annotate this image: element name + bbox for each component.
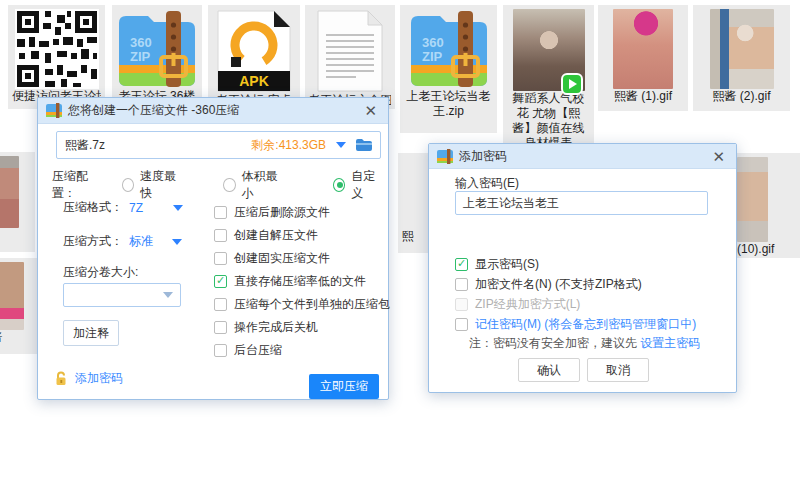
volume-label: 压缩分卷大小: bbox=[63, 264, 138, 281]
close-icon[interactable]: ✕ bbox=[709, 149, 728, 164]
desktop-icon-photo-1[interactable]: 舞蹈系人气校花 尤物【熙酱】颜值在线 身材爆表 bbox=[503, 5, 594, 153]
compress-dialog-titlebar[interactable]: 您将创建一个压缩文件 -360压缩 ✕ bbox=[38, 98, 388, 124]
format-label: 压缩格式： bbox=[63, 199, 123, 216]
radio-smallest[interactable]: 体积最小 bbox=[223, 168, 283, 202]
password-input-label: 输入密码(E) bbox=[455, 175, 519, 192]
checkbox bbox=[214, 344, 227, 357]
photo-thumbnail bbox=[513, 5, 585, 91]
checkbox-background-compress[interactable]: 后台压缩 bbox=[214, 339, 390, 362]
radio-circle bbox=[223, 178, 235, 192]
desktop-icon-partial-right-row2[interactable]: (10).gif bbox=[735, 153, 800, 258]
photo-thumbnail bbox=[613, 5, 673, 89]
format-row: 压缩格式： 7Z bbox=[63, 199, 183, 216]
qr-code-icon bbox=[15, 5, 99, 89]
checkbox bbox=[214, 321, 227, 334]
desktop-icon-zip-1[interactable]: 360 ZIP 老王论坛 36楼 bbox=[112, 5, 202, 109]
desktop-icon-apk[interactable]: APK 老王论坛 安卓 bbox=[208, 5, 300, 109]
photo-thumbnail bbox=[710, 5, 774, 89]
icon-label: 熙 bbox=[0, 228, 31, 243]
checkbox bbox=[214, 298, 227, 311]
checkbox-checked bbox=[455, 258, 468, 271]
icon-label: 熙酱 bbox=[0, 330, 35, 345]
add-password-link[interactable]: 添加密码 bbox=[54, 370, 123, 387]
checkbox-shutdown-after[interactable]: 操作完成后关机 bbox=[214, 316, 390, 339]
zip-mini-icon bbox=[437, 149, 453, 164]
zip-archive-icon: 360 ZIP bbox=[408, 5, 490, 89]
format-value[interactable]: 7Z bbox=[129, 201, 143, 215]
icon-label: 上老王论坛当老王.zip bbox=[404, 89, 493, 119]
volume-size-select[interactable] bbox=[63, 283, 181, 307]
photo-thumbnail bbox=[0, 258, 24, 330]
compress-now-button[interactable]: 立即压缩 bbox=[309, 374, 379, 399]
config-label: 压缩配置： bbox=[52, 168, 105, 202]
radio-circle bbox=[122, 178, 134, 192]
desktop-icon-partial-left-row3[interactable]: 熙酱 bbox=[0, 258, 39, 354]
checkbox bbox=[214, 206, 227, 219]
add-password-dialog: 添加密码 ✕ 输入密码(E) 上老王论坛当老王 显示密码(S) 加密文件名(N)… bbox=[428, 143, 737, 393]
desktop: 便捷访问老王论坛 360 ZIP 老王论坛 36楼 bbox=[0, 0, 800, 492]
icon-label: 熙酱 (1).gif bbox=[602, 89, 685, 104]
desktop-icon-photo-2[interactable]: 熙酱 (1).gif bbox=[598, 5, 688, 111]
chevron-down-icon[interactable] bbox=[172, 239, 182, 245]
zip-archive-icon: 360 ZIP bbox=[116, 5, 198, 89]
desktop-icon-photo-3[interactable]: 熙酱 (2).gif bbox=[693, 5, 790, 111]
apk-file-icon: APK bbox=[216, 5, 292, 93]
checkbox-remember-password[interactable]: 记住密码(M) (将会备忘到密码管理窗口中) bbox=[455, 314, 696, 334]
lock-icon bbox=[54, 371, 69, 386]
compress-config-row: 压缩配置： 速度最快 体积最小 自定义 bbox=[52, 168, 382, 202]
photo-thumbnail bbox=[0, 152, 19, 228]
desktop-icon-txt[interactable]: 老王论坛之全图 bbox=[305, 5, 395, 109]
photo-thumbnail bbox=[735, 153, 768, 242]
checkbox-encrypt-filenames[interactable]: 加密文件名(N) (不支持ZIP格式) bbox=[455, 274, 696, 294]
password-options-list: 显示密码(S) 加密文件名(N) (不支持ZIP格式) ZIP经典加密方式(L)… bbox=[455, 254, 696, 334]
checkbox-self-extract[interactable]: 创建自解压文件 bbox=[214, 224, 390, 247]
icon-label: 舞蹈系人气校花 尤物【熙酱】颜值在线 身材爆表 bbox=[507, 91, 591, 151]
compress-options-list: 压缩后删除源文件 创建自解压文件 创建固实压缩文件 直接存储压缩率低的文件 压缩… bbox=[214, 201, 390, 362]
dialog-title: 添加密码 bbox=[459, 148, 709, 165]
close-icon[interactable]: ✕ bbox=[361, 103, 380, 118]
checkbox-separate-archives[interactable]: 压缩每个文件到单独的压缩包 bbox=[214, 293, 390, 316]
zip-mini-icon bbox=[46, 103, 62, 118]
password-value: 上老王论坛当老王 bbox=[463, 195, 559, 212]
dialog-title: 您将创建一个压缩文件 -360压缩 bbox=[68, 102, 361, 119]
radio-fastest[interactable]: 速度最快 bbox=[122, 168, 182, 202]
checkbox-delete-source[interactable]: 压缩后删除源文件 bbox=[214, 201, 390, 224]
svg-text:ZIP: ZIP bbox=[130, 49, 151, 64]
chevron-down-icon[interactable] bbox=[173, 205, 183, 211]
checkbox-checked bbox=[214, 275, 227, 288]
chevron-down-icon bbox=[163, 292, 173, 298]
desktop-icon-qr[interactable]: 便捷访问老王论坛 bbox=[8, 5, 105, 109]
password-dialog-titlebar[interactable]: 添加密码 ✕ bbox=[429, 144, 736, 169]
radio-custom[interactable]: 自定义 bbox=[333, 168, 382, 202]
icon-label: (10).gif bbox=[735, 242, 800, 257]
compress-dialog: 您将创建一个压缩文件 -360压缩 ✕ 熙酱.7z 剩余:413.3GB 压缩配… bbox=[37, 97, 389, 400]
method-label: 压缩方式： bbox=[63, 233, 123, 250]
password-input[interactable]: 上老王论坛当老王 bbox=[455, 191, 708, 215]
archive-filename-field[interactable]: 熙酱.7z 剩余:413.3GB bbox=[56, 131, 381, 159]
checkbox bbox=[214, 252, 227, 265]
set-master-password-link[interactable]: 设置主密码 bbox=[640, 336, 700, 350]
checkbox-store-low-ratio[interactable]: 直接存储压缩率低的文件 bbox=[214, 270, 390, 293]
checkbox-disabled bbox=[455, 298, 468, 311]
browse-folder-icon[interactable] bbox=[355, 138, 372, 152]
svg-text:360: 360 bbox=[422, 35, 444, 50]
svg-text:360: 360 bbox=[130, 35, 152, 50]
add-comment-button[interactable]: 加注释 bbox=[63, 320, 119, 346]
checkbox-zip-classic-encryption: ZIP经典加密方式(L) bbox=[455, 294, 696, 314]
cancel-button[interactable]: 取消 bbox=[587, 358, 649, 382]
desktop-icon-zip-2[interactable]: 360 ZIP 上老王论坛当老王.zip bbox=[400, 5, 497, 133]
desktop-icon-partial-left-row2[interactable]: 熙 bbox=[0, 152, 35, 252]
video-app-badge-icon bbox=[561, 73, 583, 95]
method-row: 压缩方式： 标准 bbox=[63, 233, 182, 250]
checkbox bbox=[455, 318, 468, 331]
method-value[interactable]: 标准 bbox=[129, 233, 153, 250]
checkbox-solid-archive[interactable]: 创建固实压缩文件 bbox=[214, 247, 390, 270]
text-file-icon bbox=[316, 5, 384, 93]
svg-text:ZIP: ZIP bbox=[422, 49, 443, 64]
chevron-down-icon[interactable] bbox=[336, 142, 346, 148]
checkbox-show-password[interactable]: 显示密码(S) bbox=[455, 254, 696, 274]
checkbox bbox=[455, 278, 468, 291]
checkbox bbox=[214, 229, 227, 242]
archive-filename: 熙酱.7z bbox=[65, 137, 105, 154]
confirm-button[interactable]: 确认 bbox=[518, 358, 580, 382]
